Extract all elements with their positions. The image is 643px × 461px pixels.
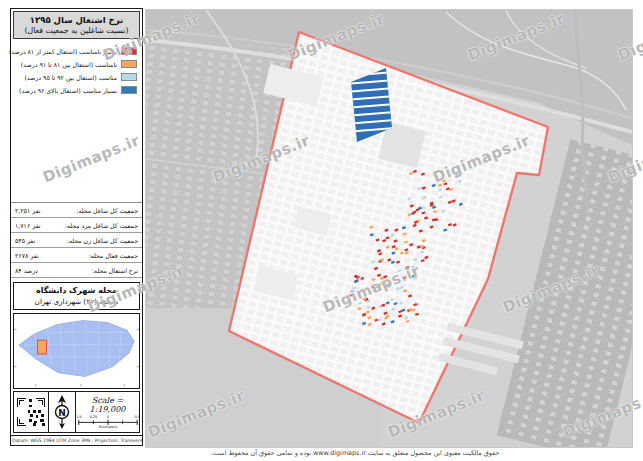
neighborhood-name-box: محله شهرک دانشگاه منطقه (۲۱) شهرداری تهر… — [13, 282, 140, 310]
stat-value: ۵۳۵ نفر — [15, 237, 35, 244]
legend: بسیار نامناسب (اشتغال کمتر از ۸۱ درصد) ن… — [11, 41, 142, 101]
stat-label: جمعیت کل شاغل محله: — [76, 207, 138, 214]
neighborhood-name: محله شهرک دانشگاه — [15, 286, 138, 295]
stat-label: جمعیت کل شاغل زن محله: — [67, 237, 138, 244]
legend-label: مناسب (اشتغال بین ۹۲ تا ۹۵ درصد) — [24, 74, 117, 81]
svg-text:N: N — [58, 408, 66, 418]
table-row: جمعیت کل شاغل زن محله: ۵۳۵ نفر — [11, 233, 142, 248]
main-map — [145, 9, 633, 448]
map-title-box: نرخ اشتغال سال ۱۳۹۵ (نسبت شاغلین به جمعی… — [13, 11, 140, 39]
table-row: نرخ اشتغال محله: ۸۴ درصد — [11, 263, 142, 278]
legend-item-suitable: مناسب (اشتغال بین ۹۲ تا ۹۵ درصد) — [16, 73, 137, 81]
district-name: منطقه (۲۱) شهرداری تهران — [15, 297, 138, 306]
stat-value: ۲۶۷۸ نفر — [15, 252, 39, 259]
svg-text:0.25: 0.25 — [89, 415, 97, 419]
legend-swatch-very-suitable — [121, 86, 137, 94]
projection-info: Datum: WGS 1984 UTM Zone 39N ; Projectio… — [11, 435, 142, 445]
svg-text:0.5: 0.5 — [77, 415, 82, 419]
stat-value: ۱,۷۱۶ نفر — [15, 222, 41, 229]
scale-cell: Scale = 1:19,000 0.5 0.25 0 0.5 Kilomete… — [76, 392, 139, 432]
digimaps-export-page: { "watermark": { "text": "Digimaps.ir" }… — [0, 0, 643, 461]
legend-item-very-suitable: بسیار مناسب (اشتغال بالای ۹۶ درصد) — [16, 86, 137, 94]
panel-spacer — [11, 101, 142, 202]
legend-swatch-unsuitable — [121, 60, 137, 68]
table-row: جمعیت کل شاغل مرد محله: ۱,۷۱۶ نفر — [11, 218, 142, 233]
map-title: نرخ اشتغال سال ۱۳۹۵ — [15, 15, 138, 25]
north-arrow-icon: N — [48, 392, 76, 432]
map-subtitle: (نسبت شاغلین به جمعیت فعال) — [15, 26, 138, 35]
legend-item-very-unsuitable: بسیار نامناسب (اشتغال کمتر از ۸۱ درصد) — [16, 47, 137, 55]
legend-item-unsuitable: نامناسب (اشتغال بین ۸۱ تا ۹۱ درصد) — [16, 60, 137, 68]
copyright-line: حقوق مالکیت معنوی این محصول متعلق به سای… — [211, 449, 631, 457]
legend-swatch-very-unsuitable — [121, 47, 137, 55]
map-drawing — [146, 10, 632, 447]
stat-label: جمعیت فعال محله: — [89, 252, 138, 259]
legend-label: بسیار مناسب (اشتغال بالای ۹۶ درصد) — [19, 87, 117, 94]
scale-bar: 0.5 0.25 0 0.5 Kilometers — [77, 414, 139, 429]
locator-highlight-neighborhood — [38, 340, 47, 354]
svg-text:0.5: 0.5 — [134, 415, 139, 419]
qr-code — [14, 392, 48, 432]
svg-text:Kilometers: Kilometers — [99, 425, 117, 429]
legend-swatch-suitable — [121, 73, 137, 81]
table-row: جمعیت فعال محله: ۲۶۷۸ نفر — [11, 248, 142, 263]
locator-map — [13, 313, 140, 389]
svg-text:0: 0 — [106, 415, 109, 419]
legend-label: نامناسب (اشتغال بین ۸۱ تا ۹۱ درصد) — [21, 61, 117, 68]
locator-map-drawing — [14, 314, 139, 388]
table-row: جمعیت کل شاغل محله: ۲,۲۵۱ نفر — [11, 203, 142, 218]
statistics-table: جمعیت کل شاغل محله: ۲,۲۵۱ نفر جمعیت کل ش… — [11, 202, 142, 278]
panel-bottom-row: N Scale = 1:19,000 0.5 0.25 0 0.5 Kilome… — [13, 391, 140, 433]
map-legend-panel: نرخ اشتغال سال ۱۳۹۵ (نسبت شاغلین به جمعی… — [10, 8, 143, 446]
scale-text: Scale = 1:19,000 — [76, 396, 139, 414]
stat-label: نرخ اشتغال محله: — [92, 267, 138, 274]
stat-label: جمعیت کل شاغل مرد محله: — [65, 222, 138, 229]
legend-label: بسیار نامناسب (اشتغال کمتر از ۸۱ درصد) — [9, 48, 117, 55]
stat-value: ۲,۲۵۱ نفر — [15, 207, 41, 214]
stat-value: ۸۴ درصد — [15, 267, 38, 274]
